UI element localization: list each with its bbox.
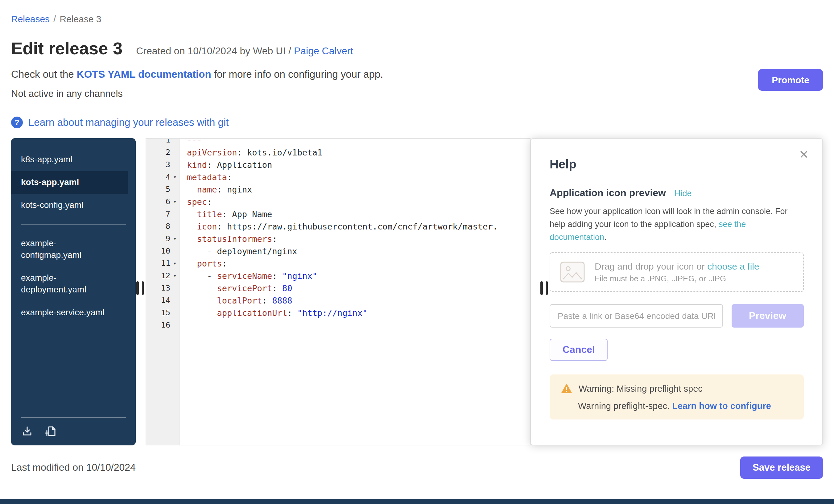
fold-arrow-icon[interactable]: ▾ — [170, 233, 179, 245]
created-info: Created on 10/10/2024 by Web UI / Paige … — [136, 46, 353, 57]
file-tab-example-configmap.yaml[interactable]: example-configmap.yaml — [11, 232, 128, 266]
code-line-7[interactable]: 7 title: App Name — [146, 208, 530, 220]
help-circle-icon: ? — [11, 116, 23, 128]
close-icon[interactable]: ✕ — [799, 149, 809, 160]
description-text: See how your application icon will look … — [550, 207, 787, 229]
git-help-row: ? Learn about managing your releases wit… — [11, 116, 823, 128]
icon-url-input[interactable] — [550, 304, 723, 328]
channel-status: Not active in any channels — [11, 88, 823, 99]
created-text: Created on 10/10/2024 by Web UI / — [136, 46, 291, 56]
breadcrumb: Releases/Release 3 — [11, 14, 823, 24]
file-tab-k8s-app.yaml[interactable]: k8s-app.yaml — [11, 148, 128, 171]
code-line-11[interactable]: 11▾ ports: — [146, 257, 530, 269]
code-line-6[interactable]: 6▾spec: — [146, 196, 530, 208]
description-period: . — [604, 233, 607, 242]
breadcrumb-releases-link[interactable]: Releases — [11, 14, 50, 24]
file-tab-example-service.yaml[interactable]: example-service.yaml — [11, 301, 128, 324]
warning-detail-text: Warning preflight-spec. — [578, 401, 670, 411]
bottom-bar — [0, 499, 834, 504]
fold-arrow-icon[interactable]: ▾ — [170, 257, 179, 269]
code-text: spec: — [179, 196, 212, 208]
dropzone-file-types: File must be a .PNG, .JPEG, or .JPG — [595, 274, 759, 283]
code-text: metadata: — [179, 171, 232, 183]
code-line-13[interactable]: 13 servicePort: 80 — [146, 282, 530, 294]
cancel-button[interactable]: Cancel — [550, 339, 608, 361]
fold-arrow-icon[interactable]: ▾ — [170, 171, 179, 183]
line-number: 16 — [146, 319, 179, 331]
dropzone-text: Drag and drop your icon or choose a file… — [595, 261, 759, 283]
code-text: servicePort: 80 — [179, 282, 292, 294]
upload-file-icon[interactable] — [21, 425, 33, 437]
line-number: 7 — [146, 208, 179, 220]
fold-spacer — [170, 245, 179, 257]
line-number: 1 — [146, 138, 179, 146]
line-number: 8 — [146, 220, 179, 233]
code-line-2[interactable]: 2apiVersion: kots.io/v1beta1 — [146, 146, 530, 158]
author-link[interactable]: Paige Calvert — [294, 46, 353, 56]
yaml-editor[interactable]: 1---2apiVersion: kots.io/v1beta13kind: A… — [146, 138, 530, 445]
fold-spacer — [170, 208, 179, 220]
fold-arrow-icon[interactable]: ▾ — [170, 196, 179, 208]
warning-detail: Warning preflight-spec. Learn how to con… — [578, 401, 793, 411]
code-line-3[interactable]: 3kind: Application — [146, 158, 530, 171]
code-text: --- — [179, 138, 202, 146]
code-line-16[interactable]: 16 — [146, 319, 530, 331]
code-text: icon: https://raw.githubusercontent.com/… — [179, 220, 498, 233]
breadcrumb-current: Release 3 — [60, 14, 101, 24]
code-line-8[interactable]: 8 icon: https://raw.githubusercontent.co… — [146, 220, 530, 233]
file-tab-kots-app.yaml[interactable]: kots-app.yaml — [11, 171, 128, 194]
configure-preflight-link[interactable]: Learn how to configure — [672, 401, 771, 411]
fold-spacer — [170, 220, 179, 233]
preview-button[interactable]: Preview — [731, 304, 804, 328]
code-line-10[interactable]: 10 - deployment/nginx — [146, 245, 530, 257]
line-number: 6▾ — [146, 196, 179, 208]
file-tab-example-deployment.yaml[interactable]: example-deployment.yaml — [11, 266, 128, 301]
code-text: ports: — [179, 257, 227, 269]
sidebar-resize-handle[interactable] — [136, 281, 144, 295]
git-releases-docs-link[interactable]: Learn about managing your releases with … — [28, 116, 228, 128]
icon-preview-title: Application icon preview — [550, 188, 666, 199]
code-text — [179, 319, 187, 331]
code-line-4[interactable]: 4▾metadata: — [146, 171, 530, 183]
line-number: 2 — [146, 146, 179, 158]
line-number: 12▾ — [146, 269, 179, 282]
line-number: 4▾ — [146, 171, 179, 183]
code-text: name: nginx — [179, 183, 252, 196]
fold-spacer — [170, 146, 179, 158]
fold-spacer — [170, 307, 179, 319]
code-text: applicationUrl: "http://nginx" — [179, 307, 367, 319]
editor-resize-handle[interactable] — [540, 281, 548, 295]
code-line-1[interactable]: 1--- — [146, 138, 530, 146]
code-text: kind: Application — [179, 158, 272, 171]
preflight-warning-box: Warning: Missing preflight spec Warning … — [550, 374, 804, 419]
dropzone-instruction: Drag and drop your icon or — [595, 261, 705, 271]
line-number: 14 — [146, 294, 179, 307]
code-text: - deployment/nginx — [179, 245, 297, 257]
warning-icon — [561, 383, 572, 394]
code-text: localPort: 8888 — [179, 294, 292, 307]
choose-file-link[interactable]: choose a file — [707, 261, 759, 271]
code-line-9[interactable]: 9▾ statusInformers: — [146, 233, 530, 245]
code-line-12[interactable]: 12▾ - serviceName: "nginx" — [146, 269, 530, 282]
code-line-5[interactable]: 5 name: nginx — [146, 183, 530, 196]
line-number: 9▾ — [146, 233, 179, 245]
fold-arrow-icon[interactable]: ▾ — [170, 269, 179, 282]
file-tree: k8s-app.yamlkots-app.yamlkots-config.yam… — [11, 138, 136, 445]
fold-spacer — [170, 158, 179, 171]
release-workbench: k8s-app.yamlkots-app.yamlkots-config.yam… — [11, 138, 823, 445]
hide-link[interactable]: Hide — [675, 189, 692, 198]
promote-button[interactable]: Promote — [758, 69, 823, 91]
doc-prefix-text: Check out the — [11, 68, 74, 80]
code-line-14[interactable]: 14 localPort: 8888 — [146, 294, 530, 307]
code-line-15[interactable]: 15 applicationUrl: "http://nginx" — [146, 307, 530, 319]
save-release-button[interactable]: Save release — [740, 457, 823, 479]
breadcrumb-separator: / — [53, 14, 56, 24]
kots-yaml-docs-link[interactable]: KOTS YAML documentation — [77, 68, 211, 80]
new-file-icon[interactable] — [44, 425, 57, 437]
fold-spacer — [170, 319, 179, 331]
fold-spacer — [170, 183, 179, 196]
file-tab-kots-config.yaml[interactable]: kots-config.yaml — [11, 194, 128, 217]
icon-dropzone[interactable]: Drag and drop your icon or choose a file… — [550, 252, 804, 292]
icon-preview-description: See how your application icon will look … — [550, 205, 804, 244]
doc-info-line: Check out the KOTS YAML documentation fo… — [11, 68, 823, 80]
